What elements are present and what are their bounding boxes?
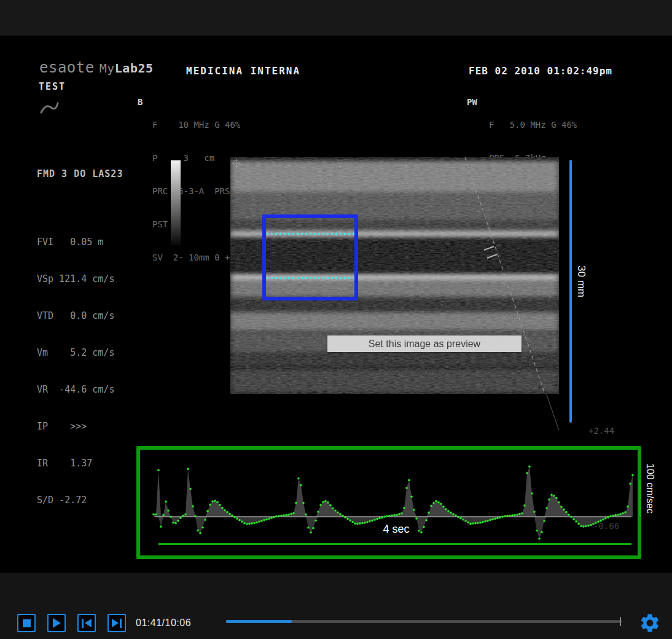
patient-id: TEST (39, 81, 66, 92)
ultrasound-frame: esaoteMyLab25 MEDICINA INTERNA FEB 02 20… (0, 37, 672, 573)
depth-scale-bar (569, 160, 572, 423)
measurement-panel: FVI 0.05 m VSp 121.4 cm/s VTD 0.0 cm/s V… (37, 211, 114, 531)
b-mode-label: B (138, 97, 143, 107)
vendor-logo: esaoteMyLab25 (39, 59, 154, 76)
pw-mode-label: PW (467, 97, 477, 107)
time-scale-bar (158, 543, 631, 545)
velocity-scale-label: 100 cm/sec (644, 463, 655, 514)
b-param-line: F 10 MHz G 46% (152, 119, 246, 130)
set-preview-button[interactable]: Set this image as preview (327, 335, 522, 352)
progress-bar[interactable] (226, 620, 622, 623)
measurement-line: IR 1.37 (37, 457, 114, 469)
measurement-line: VTD 0.0 cm/s (37, 310, 114, 322)
velocity-max-label: +2.44 (588, 426, 614, 436)
step-forward-icon (112, 619, 119, 627)
grayscale-bar (171, 160, 181, 245)
top-bar (0, 0, 672, 37)
far-wall-trace (265, 276, 353, 280)
velocity-scale-bar (639, 480, 641, 516)
imt-roi-box (262, 214, 358, 300)
next-frame-button[interactable] (107, 614, 126, 632)
time-scale-label: 4 sec (353, 523, 439, 536)
pw-param-line: F 5.0 MHz G 46% (489, 119, 577, 130)
measurement-line: Vm 5.2 cm/s (37, 347, 114, 359)
doppler-spectrum (143, 449, 634, 554)
gear-icon (639, 612, 661, 634)
progress-end-tick (620, 617, 621, 626)
exam-type-label: MEDICINA INTERNA (186, 65, 300, 77)
measurement-line: FVI 0.05 m (37, 236, 114, 248)
time-display: 01:41/10:06 (136, 617, 191, 629)
stop-button[interactable] (17, 614, 36, 632)
measurement-line: S/D -2.72 (37, 494, 114, 506)
study-label: FMD 3 DO LAS23 (37, 168, 123, 179)
model-prefix: My (100, 61, 115, 76)
measurement-line: IP >>> (37, 420, 114, 433)
progress-fill (226, 620, 292, 623)
near-wall-trace (265, 232, 355, 235)
stop-square-icon (23, 619, 31, 627)
previous-frame-button[interactable] (77, 614, 96, 632)
depth-scale-label: 30 mm (575, 265, 587, 297)
velocity-min-label: -0.66 (593, 521, 619, 531)
model-suffix: Lab25 (115, 61, 154, 76)
step-back-icon (82, 619, 84, 628)
settings-button[interactable] (639, 612, 661, 634)
play-button[interactable] (47, 614, 66, 632)
exam-datetime: FEB 02 2010 01:02:49pm (469, 65, 612, 77)
vendor-name: esaote (39, 59, 95, 76)
pw-beam-extension (546, 394, 559, 430)
playback-bar (0, 573, 672, 639)
measurement-line: VSp 121.4 cm/s (37, 273, 114, 285)
play-triangle-icon (53, 618, 61, 628)
probe-icon (39, 100, 59, 118)
measurement-line: VR -44.6 cm/s (37, 383, 114, 396)
